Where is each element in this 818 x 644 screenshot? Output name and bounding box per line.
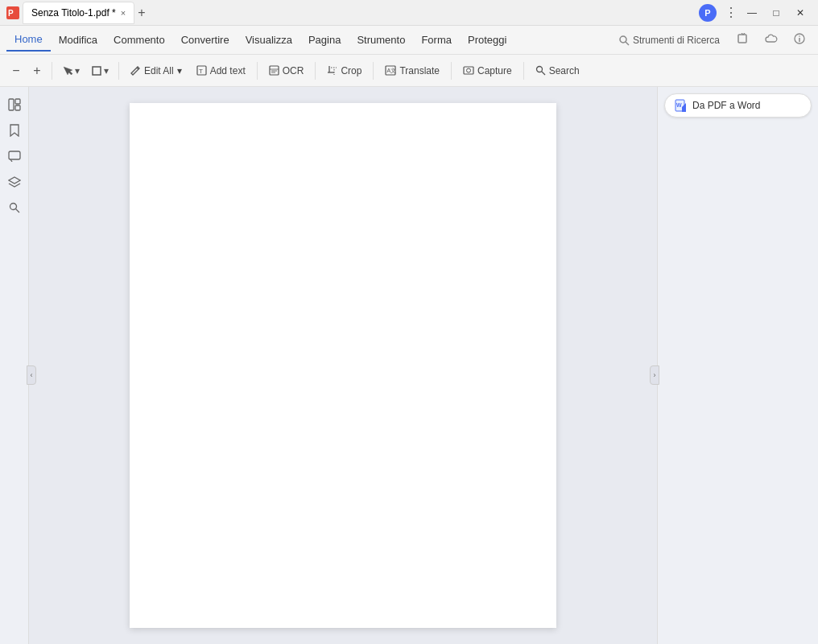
right-panel: W Da PDF a Word › bbox=[657, 87, 818, 644]
panels-btn[interactable] bbox=[3, 93, 26, 116]
capture-icon bbox=[463, 65, 474, 76]
left-sidebar: ‹ bbox=[0, 87, 29, 644]
translate-btn[interactable]: A文 Translate bbox=[378, 62, 446, 80]
svg-line-25 bbox=[541, 72, 545, 76]
menu-item-home[interactable]: Home bbox=[6, 28, 51, 52]
svg-text:T: T bbox=[199, 68, 203, 75]
svg-marker-30 bbox=[9, 177, 20, 184]
tab-title: Senza Titolo-1.pdf * bbox=[31, 7, 116, 19]
menu-bar: Home Modifica Commento Convertire Visual… bbox=[0, 26, 818, 55]
add-text-icon: T bbox=[196, 65, 207, 76]
separator-2 bbox=[118, 62, 119, 80]
menu-item-visualizza[interactable]: Visualizza bbox=[238, 29, 300, 51]
new-tab-btn[interactable]: + bbox=[138, 6, 145, 20]
app-icon: P bbox=[6, 6, 19, 19]
separator-6 bbox=[451, 62, 452, 80]
bookmark-sidebar-btn[interactable] bbox=[3, 119, 26, 142]
search-icon bbox=[618, 35, 630, 46]
info-btn[interactable] bbox=[787, 30, 812, 50]
svg-rect-26 bbox=[9, 99, 14, 110]
minimize-btn[interactable]: — bbox=[741, 4, 763, 22]
current-tab[interactable]: Senza Titolo-1.pdf * × bbox=[23, 2, 134, 24]
svg-text:A文: A文 bbox=[387, 68, 397, 73]
word-icon: W bbox=[675, 99, 688, 112]
separator-1 bbox=[52, 62, 52, 80]
search-toolbar-icon bbox=[535, 65, 546, 76]
close-btn[interactable]: ✕ bbox=[789, 4, 812, 22]
cloud-icon bbox=[765, 34, 778, 43]
zoom-minus-btn[interactable]: − bbox=[6, 61, 26, 80]
svg-line-32 bbox=[15, 209, 19, 213]
shape-dropdown-arrow: ▾ bbox=[104, 65, 109, 76]
strumenti-ricerca-btn[interactable]: Strumenti di Ricerca bbox=[610, 31, 728, 49]
menu-item-convertire[interactable]: Convertire bbox=[173, 29, 238, 51]
rectangle-icon bbox=[91, 65, 102, 76]
bookmark-icon bbox=[9, 124, 20, 137]
svg-rect-29 bbox=[9, 151, 20, 159]
main-area: ‹ W Da PDF a Word › bbox=[0, 87, 818, 644]
add-text-btn[interactable]: T Add text bbox=[190, 62, 252, 80]
share-btn[interactable] bbox=[731, 30, 755, 50]
svg-point-7 bbox=[799, 35, 800, 37]
tab-close-btn[interactable]: × bbox=[121, 8, 126, 18]
menu-item-modifica[interactable]: Modifica bbox=[51, 29, 105, 51]
user-avatar: P bbox=[699, 4, 717, 22]
svg-line-3 bbox=[626, 42, 629, 45]
toolbar: − + ▾ ▾ Edit All ▾ T Add text OCR Crop A… bbox=[0, 55, 818, 87]
ocr-btn[interactable]: OCR bbox=[262, 62, 311, 80]
svg-point-31 bbox=[10, 204, 16, 210]
svg-text:W: W bbox=[676, 102, 682, 108]
edit-all-btn[interactable]: Edit All ▾ bbox=[124, 62, 188, 80]
info-icon bbox=[794, 33, 805, 44]
search-toolbar-btn[interactable]: Search bbox=[529, 62, 586, 80]
right-tools: Strumenti di Ricerca bbox=[610, 30, 812, 50]
separator-3 bbox=[257, 62, 258, 80]
title-bar: P Senza Titolo-1.pdf * × + P ⋮ — □ ✕ bbox=[0, 0, 818, 26]
cloud-btn[interactable] bbox=[758, 31, 784, 49]
pdf-page bbox=[130, 103, 556, 628]
menu-item-commento[interactable]: Commento bbox=[105, 29, 173, 51]
to-word-btn[interactable]: W Da PDF a Word bbox=[664, 93, 812, 118]
svg-rect-4 bbox=[738, 35, 746, 43]
window-controls: — □ ✕ bbox=[741, 4, 812, 22]
right-panel-collapse[interactable]: › bbox=[650, 365, 659, 385]
menu-item-forma[interactable]: Forma bbox=[413, 29, 460, 51]
document-area[interactable] bbox=[29, 87, 657, 644]
translate-icon: A文 bbox=[385, 65, 396, 76]
separator-5 bbox=[373, 62, 374, 80]
maximize-btn[interactable]: □ bbox=[765, 4, 787, 22]
svg-point-2 bbox=[620, 36, 626, 43]
select-dropdown-arrow: ▾ bbox=[75, 65, 80, 76]
select-tool-btn[interactable]: ▾ bbox=[57, 62, 85, 80]
menu-item-pagina[interactable]: Pagina bbox=[300, 29, 349, 51]
search-sidebar-btn[interactable] bbox=[3, 196, 26, 219]
comment-icon bbox=[8, 151, 21, 162]
menu-item-strumento[interactable]: Strumento bbox=[349, 29, 413, 51]
svg-point-23 bbox=[466, 68, 470, 72]
left-sidebar-collapse[interactable]: ‹ bbox=[27, 365, 36, 385]
panels-icon bbox=[8, 98, 21, 111]
capture-btn[interactable]: Capture bbox=[457, 62, 518, 80]
svg-rect-28 bbox=[15, 105, 20, 110]
edit-icon bbox=[130, 65, 141, 76]
more-options-btn[interactable]: ⋮ bbox=[721, 4, 741, 22]
shape-tool-btn[interactable]: ▾ bbox=[86, 62, 114, 80]
cursor-icon bbox=[62, 65, 73, 76]
menu-item-proteggi[interactable]: Proteggi bbox=[460, 29, 514, 51]
share-icon bbox=[737, 33, 749, 44]
svg-rect-22 bbox=[464, 67, 473, 74]
crop-btn[interactable]: Crop bbox=[320, 62, 368, 80]
separator-7 bbox=[523, 62, 524, 80]
crop-icon bbox=[327, 65, 337, 76]
layers-icon bbox=[8, 176, 21, 188]
layers-sidebar-btn[interactable] bbox=[3, 171, 26, 193]
svg-text:P: P bbox=[8, 9, 14, 18]
comment-sidebar-btn[interactable] bbox=[3, 145, 26, 167]
zoom-plus-btn[interactable]: + bbox=[27, 61, 47, 80]
svg-rect-27 bbox=[15, 99, 20, 104]
separator-4 bbox=[315, 62, 316, 80]
svg-rect-8 bbox=[93, 67, 101, 75]
edit-all-arrow: ▾ bbox=[177, 65, 182, 76]
svg-point-24 bbox=[536, 67, 542, 72]
ocr-icon bbox=[269, 65, 279, 76]
